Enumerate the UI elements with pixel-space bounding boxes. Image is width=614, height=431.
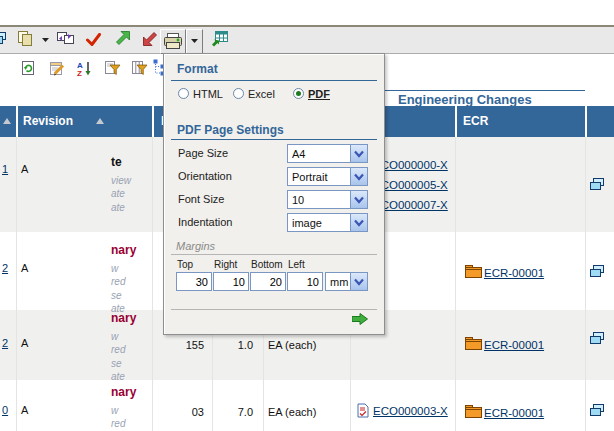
indentation-select[interactable]: image: [287, 213, 368, 232]
open-window-icon[interactable]: [589, 331, 606, 346]
ecr-link[interactable]: ECR-00001: [484, 407, 544, 419]
page-size-label: Page Size: [178, 147, 228, 159]
screen: A Z Engineering Changes Revision F ECR: [0, 0, 614, 431]
lifecycle-phase: nary w red se ate: [111, 312, 136, 384]
radio-excel[interactable]: [233, 88, 244, 99]
chevron-down-icon[interactable]: [350, 191, 367, 208]
page-size-value: A4: [288, 148, 350, 160]
pdf-settings-title: PDF Page Settings: [177, 123, 284, 137]
margin-right-label: Right: [214, 259, 237, 270]
item-link[interactable]: 1: [2, 163, 8, 175]
margin-top-label: Top: [177, 259, 193, 270]
open-window-icon[interactable]: [589, 177, 606, 192]
margins-title: Margins: [176, 240, 215, 252]
folder-icon: [465, 265, 482, 278]
margin-left-label: Left: [288, 259, 305, 270]
radio-html-label[interactable]: HTML: [193, 88, 223, 100]
open-window-icon[interactable]: [589, 264, 606, 279]
chevron-down-icon[interactable]: [350, 145, 367, 162]
margin-unit-select[interactable]: mm: [325, 272, 368, 291]
qty-per-value: 7.0: [214, 406, 253, 418]
font-size-value: 10: [288, 194, 350, 206]
filter-columns-icon[interactable]: [131, 60, 148, 77]
edit-icon[interactable]: [49, 60, 65, 77]
uom-value: EA (each): [268, 339, 316, 351]
copy-menu-caret-icon[interactable]: [42, 38, 50, 43]
refresh-icon[interactable]: [21, 60, 36, 77]
print-menu-button[interactable]: [186, 29, 203, 54]
divider: [171, 80, 377, 81]
svg-text:Z: Z: [77, 69, 82, 77]
window-icon[interactable]: [0, 31, 8, 46]
demote-arrow-icon[interactable]: [143, 31, 158, 46]
sort-az-icon[interactable]: A Z: [77, 60, 92, 77]
approve-check-icon[interactable]: [86, 33, 101, 46]
margin-bottom-input[interactable]: [250, 272, 286, 291]
orientation-value: Portrait: [288, 171, 350, 183]
margin-bottom-label: Bottom: [251, 259, 283, 270]
radio-pdf-label[interactable]: PDF: [308, 88, 330, 100]
margin-left-input[interactable]: [287, 272, 323, 291]
column-header-revision: Revision: [23, 114, 73, 128]
divider: [171, 309, 377, 310]
lifecycle-phase: nary w red: [111, 386, 136, 431]
chevron-down-icon[interactable]: [350, 214, 367, 231]
divider: [171, 254, 377, 255]
group-header-engineering-changes: Engineering Changes: [398, 92, 532, 107]
radio-pdf[interactable]: [293, 88, 304, 99]
qty-value: 03: [158, 406, 204, 418]
ecr-link[interactable]: ECR-00001: [484, 339, 544, 351]
column-header-ecr: ECR: [463, 114, 488, 128]
indentation-value: image: [288, 217, 350, 229]
radio-html[interactable]: [178, 88, 189, 99]
revision-value: A: [21, 163, 28, 175]
qty-value: 155: [158, 339, 204, 351]
promote-arrow-icon[interactable]: [115, 31, 130, 46]
orientation-select[interactable]: Portrait: [287, 167, 368, 186]
format-panel-title: Format: [177, 62, 218, 76]
lifecycle-phase: te view ate ate: [111, 156, 131, 214]
filter-icon[interactable]: [104, 60, 121, 77]
open-window-icon[interactable]: [589, 403, 606, 418]
margin-right-input[interactable]: [213, 272, 249, 291]
swap-windows-icon[interactable]: [56, 31, 74, 45]
margin-unit-value: mm: [326, 276, 350, 288]
orientation-label: Orientation: [178, 170, 232, 182]
revision-value: A: [21, 404, 28, 416]
folder-icon: [465, 337, 482, 350]
qty-per-value: 1.0: [214, 339, 253, 351]
chevron-down-icon[interactable]: [350, 168, 367, 185]
export-grid-icon[interactable]: [211, 31, 228, 48]
chevron-down-icon[interactable]: [350, 273, 367, 290]
print-button[interactable]: [160, 29, 186, 54]
font-size-label: Font Size: [178, 193, 224, 205]
revision-value: A: [21, 337, 28, 349]
revision-value: A: [21, 262, 28, 274]
ecr-link[interactable]: ECR-00001: [484, 267, 544, 279]
copy-icon[interactable]: [17, 30, 33, 47]
printer-icon: [162, 33, 184, 50]
change-document-icon: [357, 403, 369, 418]
item-link[interactable]: 2: [2, 262, 8, 274]
item-link[interactable]: 0: [2, 404, 8, 416]
uom-value: EA (each): [268, 406, 316, 418]
page-size-select[interactable]: A4: [287, 144, 368, 163]
sort-indicator-revision[interactable]: [96, 118, 104, 124]
indentation-label: Indentation: [178, 216, 232, 228]
divider: [171, 139, 377, 140]
print-menu-caret-icon: [191, 39, 199, 44]
go-arrow-button[interactable]: [352, 313, 368, 325]
radio-excel-label[interactable]: Excel: [248, 88, 275, 100]
folder-icon: [465, 405, 482, 418]
sort-indicator-item[interactable]: [3, 118, 11, 124]
margin-top-input[interactable]: [176, 272, 212, 291]
font-size-select[interactable]: 10: [287, 190, 368, 209]
eco-link[interactable]: ECO000003-X: [373, 405, 448, 417]
item-link[interactable]: 2: [2, 337, 8, 349]
lifecycle-phase: nary w red se ate: [111, 244, 136, 316]
